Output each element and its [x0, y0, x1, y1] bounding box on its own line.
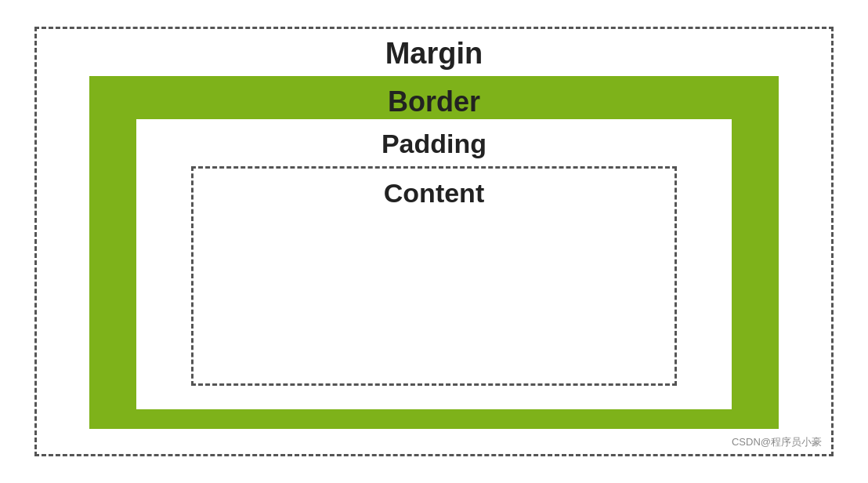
margin-label: Margin [385, 37, 483, 71]
watermark: CSDN@程序员小豪 [732, 435, 822, 449]
padding-label: Padding [382, 129, 486, 159]
diagram-wrapper: Margin Border Padding Content CSDN@程序员小豪 [19, 17, 849, 466]
content-box: Content [191, 166, 677, 386]
padding-box: Padding Content [136, 119, 732, 409]
margin-box: Margin Border Padding Content CSDN@程序员小豪 [34, 27, 834, 456]
content-label: Content [384, 178, 484, 209]
border-box: Border Padding Content [89, 76, 779, 429]
border-label: Border [388, 85, 480, 118]
